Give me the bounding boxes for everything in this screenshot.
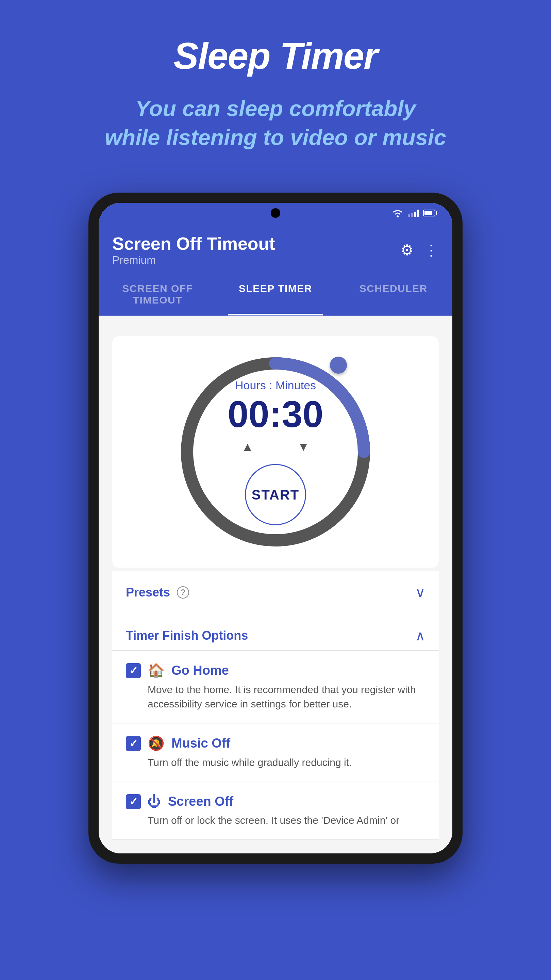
timer-inner: Hours : Minutes 00:30 ▲ ▼ START [208, 379, 343, 525]
signal-icon [408, 209, 419, 217]
screen-off-icon: ⏻ [148, 794, 161, 809]
arrow-up-icon[interactable]: ▲ [241, 440, 254, 454]
tab-scheduler[interactable]: SCHEDULER [334, 273, 453, 315]
more-options-icon[interactable]: ⋮ [424, 243, 439, 258]
status-icons [392, 208, 435, 218]
tab-screen-off-timeout[interactable]: SCREEN OFF TIMEOUT [98, 273, 217, 315]
option-screen-off-row: ✓ ⏻ Screen Off [126, 794, 425, 809]
option-go-home-row: ✓ 🏠 Go Home [126, 662, 425, 679]
camera-notch [271, 208, 280, 218]
timer-value: 00:30 [208, 395, 343, 433]
option-go-home: ✓ 🏠 Go Home Move to the home. It is reco… [112, 651, 439, 724]
timer-handle[interactable] [330, 356, 347, 374]
app-plan: Premium [112, 254, 275, 266]
wifi-icon [392, 208, 404, 218]
page-title: Sleep Timer [21, 34, 530, 77]
tab-sleep-timer[interactable]: SLEEP TIMER [217, 273, 335, 315]
app-bar: Screen Off Timeout Premium ⚙ ⋮ [98, 223, 453, 273]
phone-frame: Screen Off Timeout Premium ⚙ ⋮ SCREEN OF… [89, 192, 462, 864]
option-music-off-row: ✓ 🔕 Music Off [126, 735, 425, 751]
start-button[interactable]: START [245, 464, 306, 525]
go-home-checkbox[interactable]: ✓ [126, 663, 141, 678]
arrow-down-icon[interactable]: ▼ [297, 440, 310, 454]
status-bar [98, 203, 453, 223]
page-subtitle: You can sleep comfortably while listenin… [21, 94, 530, 152]
go-home-icon: 🏠 [148, 662, 165, 679]
timer-label: Hours : Minutes [208, 379, 343, 392]
screen-off-desc: Turn off or lock the screen. It uses the… [126, 813, 425, 827]
phone-screen: Screen Off Timeout Premium ⚙ ⋮ SCREEN OF… [98, 203, 453, 853]
timer-section: Hours : Minutes 00:30 ▲ ▼ START [112, 336, 439, 568]
music-off-icon: 🔕 [148, 735, 165, 751]
app-bar-right: ⚙ ⋮ [400, 243, 439, 258]
camera-dot [271, 208, 280, 218]
go-home-title: Go Home [171, 663, 229, 678]
settings-icon[interactable]: ⚙ [400, 243, 414, 258]
presets-chevron-icon: ∨ [415, 585, 425, 600]
screen-off-checkbox[interactable]: ✓ [126, 794, 141, 809]
timer-arrows: ▲ ▼ [241, 440, 310, 454]
music-off-title: Music Off [171, 736, 230, 751]
music-off-checkbox[interactable]: ✓ [126, 736, 141, 751]
option-screen-off: ✓ ⏻ Screen Off Turn off or lock the scre… [112, 782, 439, 840]
music-off-desc: Turn off the music while gradually reduc… [126, 756, 425, 770]
timer-circle: Hours : Minutes 00:30 ▲ ▼ START [173, 350, 378, 554]
timer-finish-options-label: Timer Finish Options [126, 628, 248, 643]
presets-row-left: Presets ? [126, 585, 189, 600]
timer-finish-options-chevron-icon: ∧ [415, 628, 425, 643]
page-header: Sleep Timer You can sleep comfortably wh… [0, 0, 551, 172]
battery-icon [423, 210, 435, 216]
presets-label: Presets [126, 585, 170, 600]
help-icon: ? [177, 586, 189, 598]
svg-point-0 [397, 215, 399, 218]
phone-wrapper: Screen Off Timeout Premium ⚙ ⋮ SCREEN OF… [89, 192, 462, 864]
tab-bar: SCREEN OFF TIMEOUT SLEEP TIMER SCHEDULER [98, 273, 453, 316]
presets-row[interactable]: Presets ? ∨ [112, 571, 439, 614]
app-bar-left: Screen Off Timeout Premium [112, 234, 275, 266]
app-name: Screen Off Timeout [112, 234, 275, 254]
screen-off-title: Screen Off [168, 794, 233, 809]
go-home-desc: Move to the home. It is recommended that… [126, 682, 425, 711]
screen-content: Hours : Minutes 00:30 ▲ ▼ START Pre [98, 316, 453, 853]
option-music-off: ✓ 🔕 Music Off Turn off the music while g… [112, 724, 439, 782]
timer-finish-options-header[interactable]: Timer Finish Options ∧ [112, 614, 439, 651]
